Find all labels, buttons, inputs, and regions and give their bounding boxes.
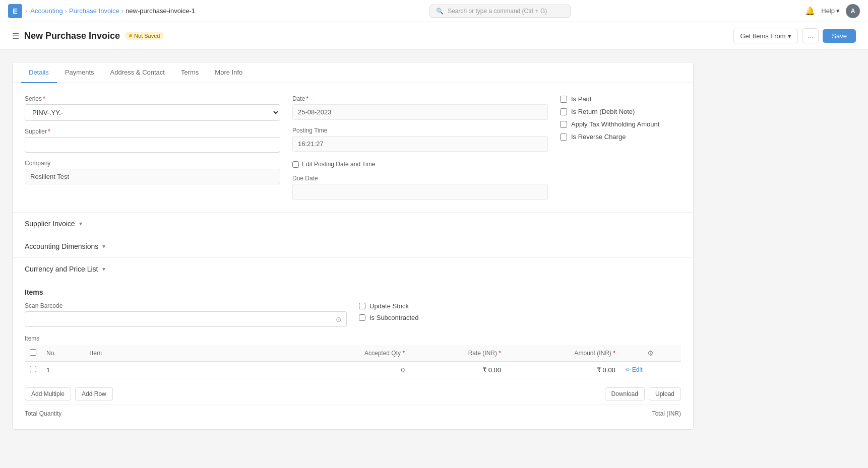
row-1-edit-button[interactable]: ✏ Edit [626, 366, 676, 373]
supplier-input[interactable] [25, 137, 280, 153]
edit-posting-label: Edit Posting Date and Time [302, 161, 375, 168]
row-1-accepted-qty: 0 [297, 362, 410, 378]
status-dot [129, 34, 132, 37]
get-items-chevron-icon: ▾ [788, 32, 791, 40]
supplier-invoice-label: Supplier Invoice [25, 220, 75, 228]
total-inr-label: Total (INR) [652, 410, 681, 417]
search-placeholder: Search or type a command (Ctrl + G) [448, 8, 547, 15]
table-header-row: No. Item Accepted Qty * Rate (INR) * Amo… [25, 345, 681, 362]
nav-left: E › Accounting › Purchase Invoice › new-… [8, 4, 195, 18]
col-header-item: Item [85, 345, 297, 362]
breadcrumb-sep-3: › [121, 7, 123, 15]
add-row-button[interactable]: Add Row [75, 387, 113, 400]
is-return-label[interactable]: Is Return (Debit Note) [560, 108, 681, 115]
is-reverse-label[interactable]: Is Reverse Charge [560, 133, 681, 141]
upload-button[interactable]: Upload [649, 387, 681, 400]
posting-time-value: 16:21:27 [292, 136, 548, 152]
posting-time-label: Posting Time [292, 127, 327, 134]
is-paid-text: Is Paid [571, 95, 591, 103]
apply-tax-checkbox[interactable] [560, 121, 567, 128]
is-reverse-checkbox[interactable] [560, 133, 567, 141]
items-section: Items Scan Barcode ⊙ Update Stock [13, 280, 693, 429]
row-1-checkbox[interactable] [30, 366, 36, 372]
series-label: Series [25, 95, 42, 102]
scan-input-wrap: ⊙ [25, 311, 347, 327]
edit-posting-checkbox[interactable] [292, 161, 299, 168]
series-select[interactable]: PINV-.YY.- [25, 104, 280, 121]
due-date-field: Due Date [292, 175, 548, 200]
app-logo[interactable]: E [8, 4, 22, 18]
main-content: Details Payments Address & Contact Terms… [0, 50, 706, 442]
currency-price-list-section[interactable]: Currency and Price List ▾ [13, 257, 693, 280]
is-return-checkbox[interactable] [560, 108, 567, 115]
add-multiple-button[interactable]: Add Multiple [25, 387, 71, 400]
items-table: No. Item Accepted Qty * Rate (INR) * Amo… [25, 345, 681, 378]
scan-row: Scan Barcode ⊙ Update Stock Is Subcontra… [25, 302, 681, 327]
edit-label: Edit [632, 366, 643, 373]
series-field: Series * PINV-.YY.- [25, 95, 280, 121]
nav-center: 🔍 Search or type a command (Ctrl + G) [195, 5, 805, 18]
apply-tax-text: Apply Tax Withholding Amount [571, 120, 659, 128]
avatar[interactable]: A [846, 4, 860, 18]
tab-payments[interactable]: Payments [57, 62, 102, 83]
breadcrumb-current: new-purchase-invoice-1 [126, 7, 195, 15]
barcode-scan-icon: ⊙ [336, 315, 342, 323]
notification-bell-icon[interactable]: 🔔 [805, 6, 815, 16]
supplier-invoice-section[interactable]: Supplier Invoice ▾ [13, 212, 693, 235]
due-date-label: Due Date [292, 175, 318, 182]
tab-details[interactable]: Details [21, 62, 57, 83]
table-settings-icon[interactable]: ⚙ [647, 349, 654, 357]
tab-terms[interactable]: Terms [173, 62, 207, 83]
row-1-checkbox-cell [25, 362, 41, 378]
accepted-qty-required: * [402, 350, 405, 357]
is-paid-label[interactable]: Is Paid [560, 95, 681, 103]
edit-icon: ✏ [626, 366, 631, 373]
tab-more-info[interactable]: More Info [207, 62, 251, 83]
is-paid-checkbox[interactable] [560, 96, 567, 103]
save-button[interactable]: Save [823, 29, 856, 43]
row-1-no: 1 [41, 362, 85, 378]
page-header-left: ☰ New Purchase Invoice Not Saved [12, 31, 164, 41]
is-reverse-text: Is Reverse Charge [571, 133, 626, 141]
row-1-item-input[interactable] [90, 366, 292, 374]
table-right-actions: Download Upload [605, 387, 681, 400]
col-header-no: No. [41, 345, 85, 362]
get-items-button[interactable]: Get Items From ▾ [733, 29, 797, 43]
row-1-item[interactable] [85, 362, 297, 378]
breadcrumb-sep-1: › [25, 7, 27, 15]
breadcrumb-purchase-invoice[interactable]: Purchase Invoice [69, 7, 119, 15]
download-button[interactable]: Download [605, 387, 645, 400]
tab-address-contact[interactable]: Address & Contact [102, 62, 173, 83]
hamburger-icon[interactable]: ☰ [12, 31, 19, 41]
col-header-checkbox [25, 345, 41, 362]
select-all-checkbox[interactable] [30, 349, 36, 356]
accounting-dimensions-section[interactable]: Accounting Dimensions ▾ [13, 235, 693, 257]
scan-barcode-input[interactable] [25, 311, 347, 327]
scan-options: Update Stock Is Subcontracted [359, 302, 681, 321]
posting-time-field: Posting Time 16:21:27 [292, 127, 548, 152]
col-header-accepted-qty: Accepted Qty * [297, 345, 410, 362]
top-nav: E › Accounting › Purchase Invoice › new-… [0, 0, 868, 22]
update-stock-checkbox[interactable] [359, 303, 365, 309]
supplier-label: Supplier [25, 128, 47, 135]
breadcrumb-accounting[interactable]: Accounting [30, 7, 63, 15]
due-date-value [292, 184, 548, 200]
page-title: New Purchase Invoice [24, 31, 120, 41]
help-button[interactable]: Help ▾ [821, 7, 840, 15]
breadcrumb: Accounting › Purchase Invoice › new-purc… [30, 7, 195, 15]
apply-tax-label[interactable]: Apply Tax Withholding Amount [560, 120, 681, 128]
is-subcontracted-text: Is Subcontracted [369, 314, 419, 321]
search-bar[interactable]: 🔍 Search or type a command (Ctrl + G) [429, 5, 571, 18]
edit-posting-checkbox-label[interactable]: Edit Posting Date and Time [292, 161, 548, 168]
is-subcontracted-checkbox[interactable] [359, 314, 365, 321]
accounting-dimensions-chevron-icon: ▾ [102, 243, 105, 250]
form-col-3: Is Paid Is Return (Debit Note) Apply Tax… [560, 95, 681, 200]
table-label: Items [25, 335, 681, 342]
update-stock-label[interactable]: Update Stock [359, 302, 681, 310]
col-header-amount: Amount (INR) * [506, 345, 621, 362]
table-actions: Add Multiple Add Row [25, 387, 113, 400]
more-options-button[interactable]: ... [802, 28, 819, 43]
is-subcontracted-label[interactable]: Is Subcontracted [359, 314, 681, 321]
company-field: Company Resilient Test [25, 160, 280, 184]
rate-required: * [499, 350, 501, 357]
